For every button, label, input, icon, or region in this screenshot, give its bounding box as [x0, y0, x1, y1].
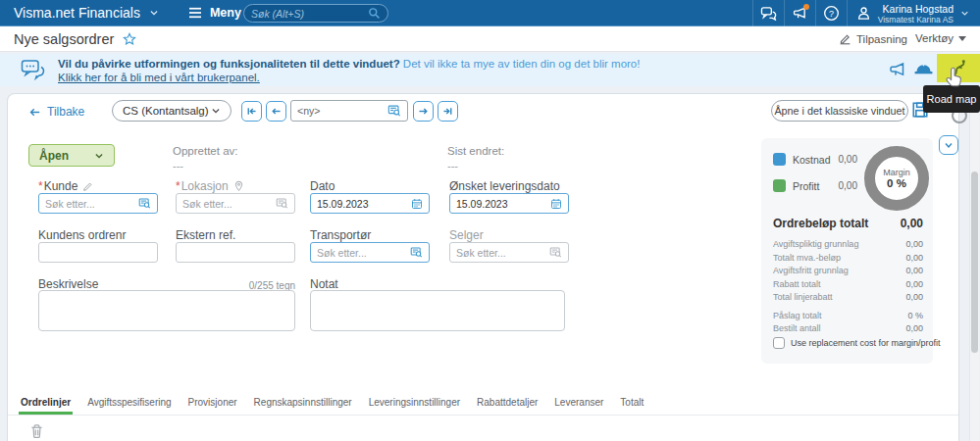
lokasjon-label: *Lokasjon: [176, 179, 244, 193]
lookup-icon: [276, 197, 288, 210]
summary-row: Bestilt antall0,00: [773, 323, 923, 333]
global-search[interactable]: [243, 4, 388, 23]
summary-row: Avgiftspliktig grunnlag0,00: [773, 239, 923, 249]
summary-row: Rabatt totalt0,00: [773, 279, 923, 289]
profitt-label: Profitt: [793, 180, 839, 192]
user-name: Karina Hogstad: [878, 3, 954, 15]
topbar: Visma.net Financials Meny: [0, 0, 980, 26]
order-total-value: 0,00: [901, 217, 923, 230]
summary-row: Totalt mva.-beløp0,00: [773, 253, 923, 263]
feedback-megaphone-icon[interactable]: [888, 61, 906, 78]
chevron-down-icon: [149, 8, 159, 18]
lookup-icon[interactable]: [387, 104, 401, 118]
trash-icon[interactable]: [29, 423, 44, 439]
pencil-icon[interactable]: [82, 181, 93, 192]
roadmap-tooltip: Road map: [923, 85, 980, 113]
kundens-ordrenr-field[interactable]: [38, 242, 158, 263]
search-input[interactable]: [251, 8, 368, 20]
tilpasning-button[interactable]: Tilpasning: [839, 32, 907, 45]
dato-field[interactable]: [310, 193, 430, 214]
transportor-input[interactable]: [317, 247, 410, 259]
speech-bubble-icon: [21, 59, 46, 82]
tab-rabattdetaljer[interactable]: Rabattdetaljer: [475, 397, 540, 415]
lokasjon-input[interactable]: [182, 198, 276, 210]
main-menu-button[interactable]: Meny: [188, 6, 241, 20]
brand-label: Visma.net Financials: [14, 5, 140, 21]
created-by: Opprettet av: ---: [173, 145, 237, 172]
chat-bubbles-icon: [760, 6, 777, 21]
vertical-scrollbar[interactable]: [969, 93, 979, 441]
kundens-ordrenr-input[interactable]: [45, 247, 151, 259]
kunde-input[interactable]: [45, 198, 138, 210]
visma-financials-window: Visma.net Financials Meny: [0, 0, 980, 441]
summary-row: Avgiftsfritt grunnlag0,00: [773, 266, 923, 275]
ekstern-ref-field[interactable]: [176, 242, 295, 263]
open-classic-button[interactable]: Åpne i det klassiske vinduet: [771, 100, 908, 122]
tab-avgiftsspesifisering[interactable]: Avgiftsspesifisering: [85, 397, 173, 415]
replacement-cost-checkbox-row[interactable]: Use replacement cost for margin/profit: [773, 337, 941, 349]
detail-tabs: Ordrelinjer Avgiftsspesifisering Provisj…: [19, 391, 645, 415]
construction-helmet-icon[interactable]: [913, 60, 934, 78]
order-number-input[interactable]: [297, 105, 387, 117]
help-button[interactable]: ?: [815, 0, 847, 26]
notat-textarea[interactable]: [310, 290, 565, 331]
verktoy-button[interactable]: Verktøy: [915, 32, 966, 44]
margin-label: Margin: [883, 168, 910, 177]
previous-record-button[interactable]: [266, 101, 286, 122]
selger-input[interactable]: [456, 247, 549, 259]
last-record-button[interactable]: [438, 101, 458, 122]
checkbox-icon[interactable]: [773, 337, 785, 349]
levering-field[interactable]: [449, 193, 569, 214]
tab-ordrelinjer[interactable]: Ordrelinjer: [19, 397, 73, 415]
next-record-button[interactable]: [413, 101, 434, 122]
kunde-field[interactable]: [38, 193, 158, 214]
search-icon[interactable]: [368, 7, 381, 20]
transportor-field[interactable]: [310, 242, 430, 263]
dato-input[interactable]: [317, 198, 411, 210]
order-number-field[interactable]: [290, 100, 408, 122]
collapse-summary-button[interactable]: [939, 135, 958, 155]
order-status-select[interactable]: Åpen: [28, 144, 115, 167]
user-menu[interactable]: Karina Hogstad Vismatest Karina AS: [847, 0, 980, 26]
chat-button[interactable]: [752, 0, 784, 26]
favorite-star-icon[interactable]: [123, 32, 136, 46]
last-record-icon: [441, 105, 454, 118]
lookup-icon[interactable]: [138, 197, 151, 210]
banner-link[interactable]: Klikk her for å bli med i vårt brukerpan…: [58, 72, 260, 83]
transportor-label: Transportør: [310, 228, 371, 242]
previous-record-icon: [270, 105, 283, 118]
levering-input[interactable]: [456, 198, 550, 210]
order-type-select[interactable]: CS (Kontantsalg): [112, 100, 232, 122]
scrollbar-thumb[interactable]: [971, 172, 978, 353]
hand-pointer-cursor: [946, 67, 964, 87]
brand-menu[interactable]: Visma.net Financials: [14, 5, 159, 21]
tabs-divider: [8, 415, 958, 416]
tab-leveranser[interactable]: Leveranser: [552, 397, 605, 415]
location-pin-icon[interactable]: [233, 180, 244, 192]
kostnad-value: 0,00: [839, 154, 857, 165]
beskrivelse-textarea[interactable]: [38, 290, 295, 331]
calendar-icon[interactable]: [550, 198, 562, 210]
title-row: Nye salgsordrer Tilpasning Verktøy: [0, 26, 980, 52]
back-button[interactable]: Tilbake: [28, 105, 84, 119]
tab-totalt[interactable]: Totalt: [618, 397, 645, 415]
tab-leveringsinnstillinger[interactable]: Leveringsinnstillinger: [367, 397, 462, 415]
user-icon: [856, 6, 871, 21]
levering-label: Ønsket leveringsdato: [449, 179, 560, 193]
caret-down-icon: [958, 36, 966, 41]
order-total-label: Ordrebeløp totalt: [773, 217, 868, 230]
chevron-down-icon: [943, 139, 954, 151]
first-record-button[interactable]: [241, 101, 262, 122]
tab-provisjoner[interactable]: Provisjoner: [186, 397, 239, 415]
lokasjon-field[interactable]: [176, 193, 295, 214]
ekstern-ref-input[interactable]: [182, 247, 288, 259]
notifications-button[interactable]: [784, 0, 815, 26]
page-title: Nye salgsordrer: [14, 31, 136, 47]
selger-field[interactable]: [449, 242, 569, 263]
calendar-icon[interactable]: [411, 198, 423, 210]
lookup-icon: [549, 246, 562, 259]
lookup-icon[interactable]: [410, 246, 423, 259]
tab-regnskapsinnstillinger[interactable]: Regnskapsinnstillinger: [252, 397, 354, 415]
sales-order-panel: Tilbake CS (Kontantsalg) Åpne i det klas…: [7, 93, 959, 441]
banner-question: Vil du påvirke utformingen og funksjonal…: [58, 58, 400, 70]
